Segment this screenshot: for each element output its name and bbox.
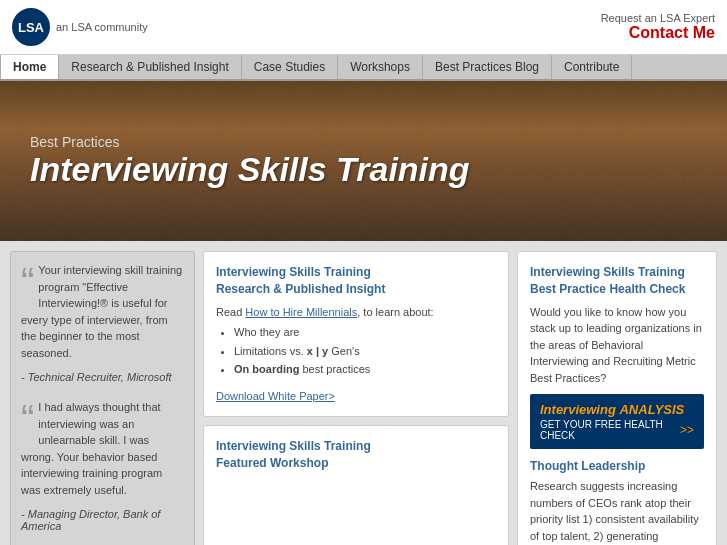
nav-contribute[interactable]: Contribute bbox=[552, 55, 632, 79]
logo-icon: LSA bbox=[12, 8, 50, 46]
nav-home[interactable]: Home bbox=[0, 55, 59, 79]
center-column: Interviewing Skills Training Research & … bbox=[203, 251, 509, 545]
sidebar-source-2: - Managing Director, Bank of America bbox=[21, 508, 184, 532]
quote-mark-2: “ bbox=[21, 399, 34, 439]
research-box-body: Read How to Hire Millennials, to learn a… bbox=[216, 304, 496, 405]
download-link[interactable]: Download White Paper> bbox=[216, 388, 335, 405]
research-list: Who they are Limitations vs. x | y Gen's… bbox=[234, 324, 496, 378]
list-item: Limitations vs. x | y Gen's bbox=[234, 343, 496, 360]
logo-text: LSA bbox=[18, 20, 44, 35]
request-text: Request an LSA Expert bbox=[601, 12, 715, 24]
header-right: Request an LSA Expert Contact Me bbox=[601, 12, 715, 42]
sidebar-quote-1: Your interviewing skill training program… bbox=[21, 262, 184, 361]
header: LSA an LSA community Request an LSA Expe… bbox=[0, 0, 727, 55]
hero-title: Interviewing Skills Training bbox=[30, 150, 697, 189]
hc-analysis: ANALYSIS bbox=[619, 402, 684, 417]
list-item: On boarding best practices bbox=[234, 361, 496, 378]
nav-research[interactable]: Research & Published Insight bbox=[59, 55, 241, 79]
hc-arrow: >> bbox=[680, 423, 694, 437]
hero-subtitle: Best Practices bbox=[30, 134, 697, 150]
hc-line1: Interviewing ANALYSIS bbox=[540, 402, 694, 417]
workshop-box-title: Interviewing Skills Training Featured Wo… bbox=[216, 438, 496, 472]
nav-blog[interactable]: Best Practices Blog bbox=[423, 55, 552, 79]
nav-workshops[interactable]: Workshops bbox=[338, 55, 423, 79]
hero-banner: Best Practices Interviewing Skills Train… bbox=[0, 81, 727, 241]
quote-mark-1: “ bbox=[21, 262, 34, 302]
right-column: Interviewing Skills Training Best Practi… bbox=[517, 251, 717, 545]
sidebar-source-1: - Technical Recruiter, Microsoft bbox=[21, 371, 184, 383]
sidebar: “ Your interviewing skill training progr… bbox=[10, 251, 195, 545]
logo-area: LSA an LSA community bbox=[12, 8, 148, 46]
main-nav: Home Research & Published Insight Case S… bbox=[0, 55, 727, 81]
thought-body-1: Research suggests increasing numbers of … bbox=[530, 478, 704, 545]
health-check-body: Would you like to know how you stack up … bbox=[530, 304, 704, 387]
health-check-box: Interviewing Skills Training Best Practi… bbox=[517, 251, 717, 545]
thought-leadership-title: Thought Leadership bbox=[530, 459, 704, 473]
millennials-link[interactable]: How to Hire Millennials bbox=[245, 306, 357, 318]
health-check-banner[interactable]: Interviewing ANALYSIS GET YOUR FREE HEAL… bbox=[530, 394, 704, 449]
community-text: an LSA community bbox=[56, 21, 148, 33]
workshop-box-body bbox=[216, 478, 496, 538]
contact-link[interactable]: Contact Me bbox=[629, 24, 715, 41]
list-item: Who they are bbox=[234, 324, 496, 341]
hc-line2: GET YOUR FREE HEALTH CHECK >> bbox=[540, 419, 694, 441]
research-box: Interviewing Skills Training Research & … bbox=[203, 251, 509, 417]
main-content: “ Your interviewing skill training progr… bbox=[0, 241, 727, 545]
nav-case-studies[interactable]: Case Studies bbox=[242, 55, 338, 79]
sidebar-quote-2: I had always thought that interviewing w… bbox=[21, 399, 184, 498]
workshop-box: Interviewing Skills Training Featured Wo… bbox=[203, 425, 509, 545]
right-box-title: Interviewing Skills Training Best Practi… bbox=[530, 264, 704, 298]
research-box-title: Interviewing Skills Training Research & … bbox=[216, 264, 496, 298]
